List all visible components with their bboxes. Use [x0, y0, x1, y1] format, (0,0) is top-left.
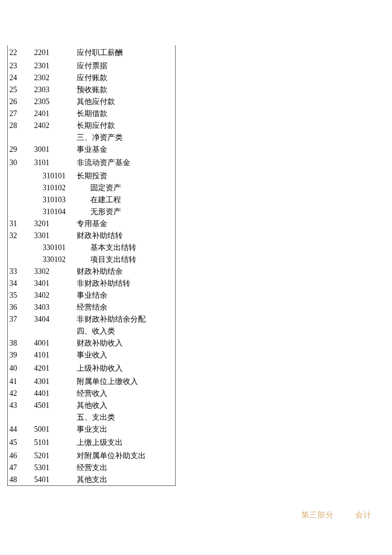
row-name: 上级补助收入: [77, 363, 175, 373]
row-name: 长期应付款: [77, 120, 175, 131]
row-code: 2305: [34, 97, 77, 106]
row-code: 2401: [34, 109, 77, 118]
row-seq: 30: [8, 158, 34, 167]
row-name: 经营支出: [77, 462, 175, 473]
row-name: 经营结余: [77, 302, 175, 312]
table-row: 222201应付职工薪酬: [8, 45, 175, 60]
table-row: 333302财政补助结余: [8, 265, 175, 277]
row-code: 4101: [34, 351, 77, 360]
row-name: 专用基金: [77, 218, 175, 229]
footer-label: 会计: [355, 511, 372, 519]
table-row: 262305其他应付款: [8, 96, 175, 108]
row-seq: 29: [8, 145, 34, 154]
table-row: 485401其他支出: [8, 474, 175, 485]
row-name: 事业基金: [77, 144, 175, 154]
row-name: 经营收入: [77, 388, 175, 398]
row-name: 事业支出: [77, 424, 175, 434]
row-name: 事业结余: [77, 290, 175, 300]
table-row: 404201上级补助收入: [8, 361, 175, 375]
row-name: 非财政补助结余分配: [77, 314, 175, 324]
row-name: 应付职工薪酬: [77, 47, 175, 58]
sub-code: 310104: [8, 207, 77, 216]
row-seq: 33: [8, 267, 34, 276]
row-code: 2301: [34, 61, 77, 70]
row-code: 4301: [34, 377, 77, 386]
table-row: 465201对附属单位补助支出: [8, 450, 175, 462]
row-code: 5101: [34, 438, 77, 447]
table-row: 363403经营结余: [8, 301, 175, 313]
row-name: 在建工程: [77, 195, 175, 205]
page-footer: 第三部分 会计: [301, 510, 372, 520]
row-seq: 26: [8, 97, 34, 106]
table-row: 232301应付票据: [8, 60, 175, 72]
table-row: 五、支出类: [8, 411, 175, 423]
row-name: 事业收入: [77, 350, 175, 360]
row-name: 五、支出类: [77, 412, 175, 422]
table-row: 313201专用基金: [8, 218, 175, 230]
table-row: 434501其他收入: [8, 399, 175, 411]
row-seq: 25: [8, 85, 34, 94]
row-code: 2302: [34, 73, 77, 82]
row-code: 4001: [34, 339, 77, 348]
row-seq: 45: [8, 438, 34, 447]
row-name: 三、净资产类: [77, 132, 175, 142]
row-seq: 32: [8, 231, 34, 240]
row-seq: 40: [8, 364, 34, 373]
table-row: 三、净资产类: [8, 131, 175, 143]
row-code: 2303: [34, 85, 77, 94]
table-row: 四、收入类: [8, 325, 175, 337]
row-code: 5301: [34, 463, 77, 472]
row-seq: 27: [8, 109, 34, 118]
row-seq: 39: [8, 351, 34, 360]
row-name: 四、收入类: [77, 326, 175, 336]
row-seq: 34: [8, 279, 34, 288]
sub-code: 310102: [8, 183, 77, 192]
row-seq: 47: [8, 463, 34, 472]
row-code: 2201: [34, 48, 77, 57]
row-name: 预收账款: [77, 84, 175, 95]
footer-part: 第三部分: [301, 511, 334, 519]
row-name: 固定资产: [77, 183, 175, 193]
row-seq: 41: [8, 377, 34, 386]
row-code: 5401: [34, 475, 77, 484]
table-row: 475301经营支出: [8, 462, 175, 474]
table-row: 353402事业结余: [8, 289, 175, 301]
table-row: 310101长期投资: [8, 170, 175, 182]
sub-code: 310103: [8, 195, 77, 204]
row-code: 3404: [34, 315, 77, 324]
row-code: 3401: [34, 279, 77, 288]
row-name: 应付账款: [77, 73, 175, 83]
row-seq: 37: [8, 315, 34, 324]
table-row: 310103在建工程: [8, 194, 175, 206]
row-code: 4501: [34, 401, 77, 410]
row-seq: 36: [8, 303, 34, 312]
table-row: 455101上缴上级支出: [8, 435, 175, 450]
row-name: 非流动资产基金: [77, 157, 175, 168]
row-code: 3402: [34, 291, 77, 300]
row-seq: 42: [8, 389, 34, 398]
row-seq: 23: [8, 61, 34, 70]
table-row: 384001财政补助收入: [8, 337, 175, 349]
row-code: 3201: [34, 219, 77, 228]
sub-code: 330102: [8, 255, 77, 264]
table-row: 282402长期应付款: [8, 119, 175, 131]
row-seq: 46: [8, 451, 34, 460]
row-seq: 35: [8, 291, 34, 300]
row-seq: 28: [8, 121, 34, 130]
table-row: 242302应付账款: [8, 72, 175, 84]
row-name: 财政补助收入: [77, 338, 175, 348]
table-row: 394101事业收入: [8, 349, 175, 361]
row-name: 项目支出结转: [77, 254, 175, 264]
row-name: 上缴上级支出: [77, 437, 175, 447]
table-row: 373404非财政补助结余分配: [8, 313, 175, 325]
row-code: 3101: [34, 158, 77, 167]
table-row: 330102项目支出结转: [8, 253, 175, 265]
table-row: 424401经营收入: [8, 387, 175, 399]
table-row: 272401长期借款: [8, 108, 175, 119]
row-name: 非财政补助结转: [77, 278, 175, 288]
row-seq: 44: [8, 425, 34, 434]
row-code: 3302: [34, 267, 77, 276]
accounts-table: 222201应付职工薪酬232301应付票据242302应付账款252303预收…: [7, 45, 176, 486]
row-seq: 43: [8, 401, 34, 410]
row-name: 附属单位上缴收入: [77, 376, 175, 386]
